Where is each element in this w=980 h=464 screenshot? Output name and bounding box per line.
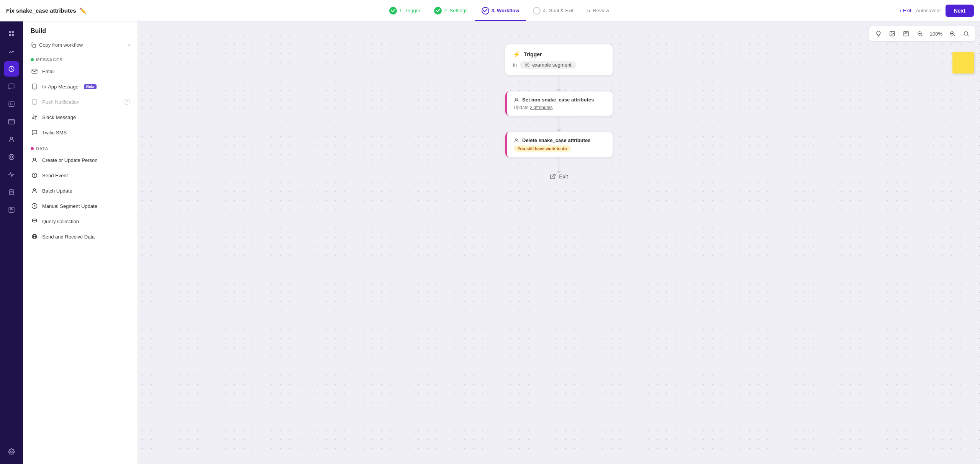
sidebar-item-chart[interactable] — [4, 44, 19, 59]
arrow-2 — [557, 129, 561, 132]
build-panel: Build Copy from workflow › MESSAGES Emai… — [23, 21, 138, 464]
exit-button[interactable]: ‹ Exit — [900, 8, 911, 13]
panel-item-send-event[interactable]: Send Event — [23, 168, 138, 183]
manual-segment-label: Manual Segment Update — [42, 203, 97, 209]
step-workflow[interactable]: 3. Workflow — [475, 7, 526, 15]
panel-item-query-collection[interactable]: Query Collection — [23, 214, 138, 229]
copy-workflow-label: Copy from workflow — [39, 42, 83, 48]
svg-rect-3 — [12, 34, 14, 36]
sidebar-item-data[interactable] — [4, 185, 19, 200]
panel-item-create-person[interactable]: Create or Update Person — [23, 152, 138, 168]
sidebar-item-activity[interactable] — [4, 167, 19, 182]
panel-item-manual-segment[interactable]: Manual Segment Update — [23, 198, 138, 214]
copy-workflow-item[interactable]: Copy from workflow › — [23, 39, 138, 51]
svg-rect-2 — [12, 31, 14, 33]
action-node-1[interactable]: Set non snake_case attributes Update 2 a… — [505, 91, 613, 116]
step-label-settings: 2. Settings — [444, 8, 467, 13]
svg-point-16 — [33, 158, 35, 160]
sidebar-item-segments[interactable] — [4, 149, 19, 165]
svg-rect-0 — [9, 31, 11, 33]
panel-item-sms[interactable]: Twilio SMS — [23, 125, 138, 140]
messages-dot — [31, 58, 34, 61]
trigger-title: Trigger — [524, 51, 542, 57]
manual-segment-icon — [31, 202, 38, 210]
inapp-icon — [31, 83, 38, 90]
icon-sidebar — [0, 21, 23, 464]
canvas-area: 100% ⚡ Trigger in e — [138, 21, 980, 464]
lightbulb-icon[interactable] — [873, 28, 884, 39]
workflow-title: Fix snake_case attributes ✏️ — [6, 7, 87, 14]
data-dot — [31, 147, 34, 150]
step-label-trigger: 1. Trigger — [399, 8, 420, 13]
sidebar-item-messages[interactable] — [4, 79, 19, 94]
action-1-link[interactable]: 2 attributes — [530, 105, 552, 110]
section-data-label: DATA — [23, 143, 138, 152]
email-icon — [31, 67, 38, 75]
connector-1 — [557, 75, 561, 91]
sidebar-item-settings[interactable] — [4, 444, 19, 459]
sms-icon — [31, 129, 38, 136]
email-label: Email — [42, 69, 55, 74]
send-event-icon — [31, 172, 38, 179]
panel-item-send-receive[interactable]: Send and Receive Data — [23, 229, 138, 244]
sidebar-item-people[interactable] — [4, 132, 19, 147]
sidebar-item-inbox[interactable] — [4, 114, 19, 129]
section-messages-label: MESSAGES — [23, 54, 138, 64]
action-2-title-text: Delete snake_case attributes — [522, 137, 590, 143]
panel-item-inapp[interactable]: In-App Message Beta — [23, 79, 138, 94]
segment-badge: example segment — [520, 61, 576, 69]
edit-icon[interactable]: ✏️ — [79, 7, 87, 14]
action-node-1-inner: Set non snake_case attributes Update 2 a… — [510, 97, 594, 110]
step-goal[interactable]: 4. Goal & Exit — [526, 7, 580, 15]
exit-node[interactable]: Exit — [550, 173, 568, 180]
panel-item-push[interactable]: Push Notification ? — [23, 94, 138, 109]
query-collection-label: Query Collection — [42, 219, 79, 224]
panel-item-email[interactable]: Email — [23, 64, 138, 79]
trigger-segment: in example segment — [513, 61, 605, 69]
step-review[interactable]: 5. Review — [580, 8, 616, 13]
sidebar-item-terminal[interactable] — [4, 96, 19, 112]
data-label-text: DATA — [36, 146, 48, 151]
step-settings[interactable]: 2. Settings — [427, 7, 474, 15]
step-label-goal: 4. Goal & Exit — [543, 8, 573, 13]
next-button[interactable]: Next — [946, 5, 974, 17]
zoom-level-display: 100% — [928, 31, 944, 37]
lightning-icon: ⚡ — [513, 51, 521, 58]
steps-bar: 1. Trigger 2. Settings 3. Workflow 4. Go… — [99, 7, 900, 15]
autosaved-label: Autosaved! — [916, 8, 941, 13]
sidebar-item-campaigns[interactable] — [4, 61, 19, 77]
trigger-in-label: in — [513, 62, 517, 68]
svg-point-29 — [516, 98, 518, 100]
panel-item-batch-update[interactable]: Batch Update — [23, 183, 138, 198]
trigger-node[interactable]: ⚡ Trigger in example segment — [505, 44, 613, 75]
connector-2 — [557, 116, 561, 132]
create-person-label: Create or Update Person — [42, 157, 98, 163]
zoom-in-icon[interactable] — [947, 28, 958, 39]
arrow-3 — [557, 171, 561, 173]
panel-item-slack[interactable]: Slack Message — [23, 109, 138, 125]
svg-point-28 — [526, 64, 528, 66]
action-node-1-title: Set non snake_case attributes — [514, 97, 594, 103]
svg-point-30 — [516, 139, 518, 141]
search-icon[interactable] — [961, 28, 972, 39]
note-icon[interactable] — [901, 28, 911, 39]
action-node-2-inner: Delete snake_case attributes You still h… — [510, 137, 590, 152]
svg-point-7 — [9, 154, 14, 160]
sidebar-item-reports[interactable] — [4, 202, 19, 217]
svg-point-11 — [11, 451, 13, 453]
image-icon[interactable] — [887, 28, 898, 39]
chevron-right-icon: › — [128, 42, 130, 48]
step-trigger[interactable]: 1. Trigger — [382, 7, 427, 15]
trigger-header: ⚡ Trigger — [513, 51, 605, 58]
sidebar-item-dashboard[interactable] — [4, 26, 19, 41]
sticky-note[interactable] — [952, 52, 974, 74]
push-help-icon[interactable]: ? — [124, 99, 130, 105]
action-1-title-text: Set non snake_case attributes — [522, 97, 594, 103]
svg-rect-1 — [9, 34, 11, 36]
action-node-2[interactable]: Delete snake_case attributes You still h… — [505, 132, 613, 157]
slack-label: Slack Message — [42, 114, 76, 120]
zoom-out-icon[interactable] — [914, 28, 925, 39]
svg-rect-12 — [33, 44, 36, 47]
workflow-area: ⚡ Trigger in example segment — [505, 44, 613, 180]
svg-point-19 — [33, 219, 37, 221]
